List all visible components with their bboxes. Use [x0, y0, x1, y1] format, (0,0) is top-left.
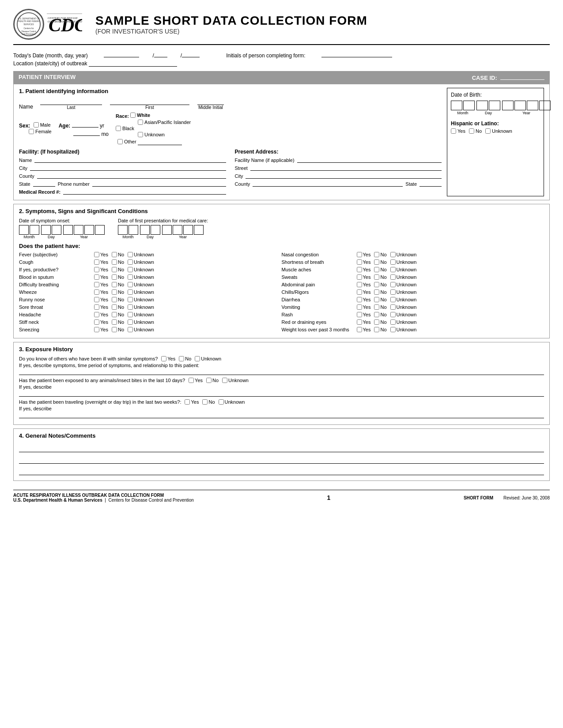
q1-describe-input[interactable]	[19, 369, 544, 375]
pres-month-box1[interactable]	[118, 225, 128, 235]
diffb-yes-cb[interactable]	[94, 282, 99, 287]
sweats-yes-cb[interactable]	[357, 274, 362, 280]
fever-yes-cb[interactable]	[94, 252, 99, 257]
stiff-yes-cb[interactable]	[94, 319, 99, 325]
asian-pi-checkbox[interactable]	[138, 120, 143, 125]
facility-phone-input[interactable]	[92, 180, 226, 187]
eyes-yes-cb[interactable]	[357, 319, 362, 325]
chills-no-cb[interactable]	[374, 289, 379, 295]
notes-line-1[interactable]	[19, 443, 544, 452]
rash-no-cb[interactable]	[374, 312, 379, 317]
date-field3[interactable]	[182, 51, 200, 57]
notes-line-2[interactable]	[19, 454, 544, 464]
short-unk-cb[interactable]	[390, 259, 396, 265]
diarrhea-unk-cb[interactable]	[390, 297, 396, 302]
headache-no-cb[interactable]	[112, 312, 117, 317]
q1-yes-cb[interactable]	[161, 356, 166, 361]
notes-line-3[interactable]	[19, 465, 544, 475]
med-record-input[interactable]	[63, 188, 226, 195]
q2-yes-cb[interactable]	[189, 378, 194, 383]
prod-yes-cb[interactable]	[94, 267, 99, 272]
sore-no-cb[interactable]	[112, 304, 117, 310]
dob-year-box1[interactable]	[502, 101, 514, 110]
cough-yes-cb[interactable]	[94, 259, 99, 265]
diffb-unk-cb[interactable]	[128, 282, 133, 287]
weight-yes-cb[interactable]	[357, 327, 362, 332]
date-field2[interactable]	[154, 51, 167, 57]
hispanic-no-checkbox[interactable]	[469, 128, 474, 134]
stiff-no-cb[interactable]	[112, 319, 117, 325]
dob-year-box3[interactable]	[527, 101, 538, 110]
pres-day-box1[interactable]	[140, 225, 150, 235]
blood-no-cb[interactable]	[112, 274, 117, 280]
location-field[interactable]	[89, 60, 177, 67]
facility-name-input[interactable]	[34, 157, 226, 163]
white-checkbox[interactable]	[130, 113, 136, 118]
present-state-input[interactable]	[419, 180, 442, 187]
present-street-input[interactable]	[250, 165, 442, 171]
chills-unk-cb[interactable]	[390, 289, 396, 295]
abdom-unk-cb[interactable]	[390, 282, 396, 287]
wheeze-yes-cb[interactable]	[94, 289, 99, 295]
dob-month-box2[interactable]	[463, 101, 475, 110]
other-specify-input[interactable]	[138, 138, 182, 145]
weight-no-cb[interactable]	[374, 327, 379, 332]
headache-yes-cb[interactable]	[94, 312, 99, 317]
other-checkbox[interactable]	[117, 139, 123, 144]
q3-yes-cb[interactable]	[185, 399, 190, 405]
q3-unk-cb[interactable]	[219, 399, 224, 405]
q1-no-cb[interactable]	[179, 356, 184, 361]
chills-yes-cb[interactable]	[357, 289, 362, 295]
onset-year-box4[interactable]	[95, 225, 105, 235]
diffb-no-cb[interactable]	[112, 282, 117, 287]
onset-year-box2[interactable]	[74, 225, 83, 235]
facility-county-input[interactable]	[37, 173, 226, 179]
q2-no-cb[interactable]	[206, 378, 212, 383]
onset-month-box2[interactable]	[30, 225, 39, 235]
q2-unk-cb[interactable]	[222, 378, 227, 383]
prod-no-cb[interactable]	[112, 267, 117, 272]
sweats-unk-cb[interactable]	[390, 274, 396, 280]
hispanic-unknown-checkbox[interactable]	[485, 128, 491, 134]
middle-initial-input[interactable]	[197, 98, 224, 105]
pres-year-box3[interactable]	[183, 225, 193, 235]
q1-unk-cb[interactable]	[195, 356, 200, 361]
blood-unk-cb[interactable]	[128, 274, 133, 280]
sweats-no-cb[interactable]	[374, 274, 379, 280]
sneeze-unk-cb[interactable]	[128, 327, 133, 332]
fever-unk-cb[interactable]	[128, 252, 133, 257]
date-field[interactable]	[104, 51, 139, 57]
present-city-input[interactable]	[246, 173, 442, 179]
onset-year-box3[interactable]	[84, 225, 94, 235]
male-checkbox[interactable]	[34, 122, 39, 128]
pres-month-box2[interactable]	[128, 225, 138, 235]
vomit-unk-cb[interactable]	[390, 304, 396, 310]
prod-unk-cb[interactable]	[128, 267, 133, 272]
facility-state-input[interactable]	[33, 180, 55, 187]
nasal-unk-cb[interactable]	[390, 252, 396, 257]
wheeze-unk-cb[interactable]	[128, 289, 133, 295]
sore-yes-cb[interactable]	[94, 304, 99, 310]
pres-year-box4[interactable]	[194, 225, 204, 235]
sore-unk-cb[interactable]	[128, 304, 133, 310]
q3-describe-input[interactable]	[19, 412, 544, 418]
last-name-input[interactable]	[40, 98, 102, 105]
eyes-no-cb[interactable]	[374, 319, 379, 325]
rash-yes-cb[interactable]	[357, 312, 362, 317]
abdom-yes-cb[interactable]	[357, 282, 362, 287]
dob-day-box1[interactable]	[476, 101, 488, 110]
mo-input[interactable]	[73, 129, 100, 136]
sneeze-no-cb[interactable]	[112, 327, 117, 332]
muscle-yes-cb[interactable]	[357, 267, 362, 272]
onset-year-box1[interactable]	[63, 225, 73, 235]
dob-year-box4[interactable]	[539, 101, 551, 110]
present-county-input[interactable]	[253, 180, 403, 187]
onset-month-box1[interactable]	[19, 225, 29, 235]
diarrhea-yes-cb[interactable]	[357, 297, 362, 302]
onset-day-box1[interactable]	[41, 225, 51, 235]
wheeze-no-cb[interactable]	[112, 289, 117, 295]
q2-describe-input[interactable]	[19, 390, 544, 397]
runny-yes-cb[interactable]	[94, 297, 99, 302]
blood-yes-cb[interactable]	[94, 274, 99, 280]
short-yes-cb[interactable]	[357, 259, 362, 265]
